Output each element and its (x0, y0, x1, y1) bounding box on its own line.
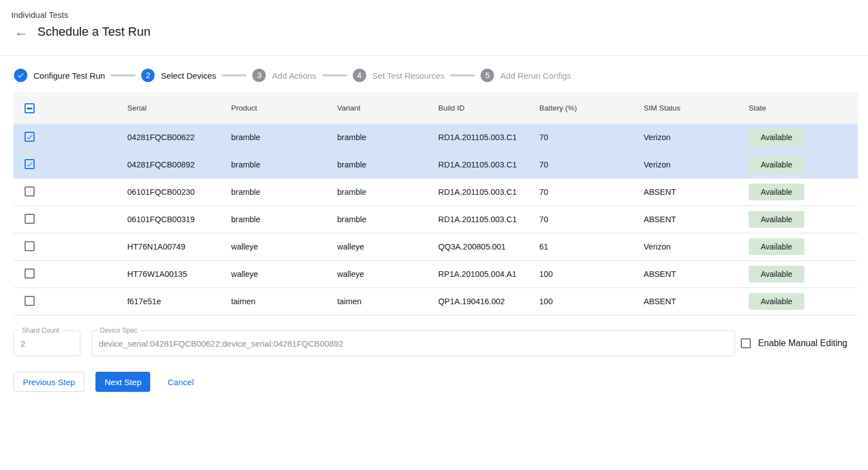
device-spec-value: device_serial:04281FQCB00622;device_seri… (92, 339, 350, 348)
cell-battery: 61 (539, 242, 644, 251)
select-all-checkbox[interactable] (25, 103, 35, 113)
column-header-serial: Serial (127, 104, 231, 112)
column-header-state: State (749, 104, 858, 112)
previous-step-button[interactable]: Previous Step (13, 372, 84, 392)
stepper-connector (450, 74, 475, 76)
cell-sim-status: ABSENT (644, 297, 749, 306)
cell-serial: 04281FQCB00622 (127, 133, 231, 142)
cell-sim-status: ABSENT (644, 215, 749, 224)
device-row[interactable]: HT76N1A00749walleyewalleyeQQ3A.200805.00… (13, 233, 858, 261)
device-row-checkbox[interactable] (25, 159, 35, 169)
cell-serial: HT76N1A00749 (127, 242, 231, 251)
device-row-checkbox[interactable] (25, 296, 35, 306)
column-header-variant: Variant (337, 104, 438, 112)
state-badge: Available (749, 238, 804, 255)
stepper-connector (322, 74, 347, 76)
cell-battery: 70 (539, 215, 644, 224)
breadcrumb: Individual Tests (11, 10, 868, 20)
device-row[interactable]: f617e51etaimentaimenQP1A.190416.002100AB… (13, 288, 858, 315)
stepper-connector (111, 74, 136, 76)
cell-sim-status: Verizon (644, 242, 749, 251)
device-table: Serial Product Variant Build ID Battery … (13, 92, 858, 315)
cell-serial: 04281FQCB00892 (127, 160, 231, 169)
cell-serial: 06101FQCB00230 (127, 188, 231, 196)
cell-build-id: RD1A.201105.003.C1 (438, 160, 539, 169)
cell-product: walleye (231, 270, 337, 279)
cell-build-id: QP1A.190416.002 (438, 297, 539, 306)
cell-battery: 100 (539, 270, 644, 279)
device-row[interactable]: 06101FQCB00230bramblebrambleRD1A.201105.… (13, 179, 858, 206)
page-title: Schedule a Test Run (37, 25, 151, 39)
schedule-test-run-page: Individual Tests ← Schedule a Test Run C… (0, 0, 868, 392)
cell-serial: HT76W1A00135 (127, 270, 231, 279)
device-row[interactable]: 04281FQCB00622bramblebrambleRD1A.201105.… (13, 124, 858, 151)
shard-count-value: 2 (14, 339, 32, 348)
cell-product: bramble (231, 215, 337, 224)
stepper-step-label: Configure Test Run (33, 71, 105, 80)
enable-manual-editing-checkbox[interactable] (741, 338, 751, 348)
device-row-checkbox[interactable] (25, 241, 35, 251)
check-icon (14, 69, 27, 82)
device-options-row: Shard Count 2 Device Spec device_serial:… (13, 330, 847, 356)
cell-serial: 06101FQCB00319 (127, 215, 231, 224)
cell-variant: bramble (337, 215, 438, 224)
enable-manual-editing-label: Enable Manual Editing (758, 338, 847, 348)
stepper-step-2[interactable]: 2Select Devices (141, 69, 216, 82)
cell-build-id: RD1A.201105.003.C1 (438, 133, 539, 142)
stepper-connector (222, 74, 247, 76)
cell-build-id: QQ3A.200805.001 (438, 242, 539, 251)
column-header-battery: Battery (%) (539, 104, 644, 112)
cell-variant: bramble (337, 188, 438, 196)
enable-manual-editing-toggle[interactable]: Enable Manual Editing (741, 338, 847, 348)
step-number-badge: 3 (252, 69, 266, 82)
stepper-step-4[interactable]: 4Set Test Resources (353, 69, 445, 82)
device-row[interactable]: HT76W1A00135walleyewalleyeRP1A.201005.00… (13, 261, 858, 288)
cell-battery: 70 (539, 160, 644, 169)
cell-product: walleye (231, 242, 337, 251)
device-row-checkbox[interactable] (25, 268, 35, 279)
stepper-step-label: Add Actions (272, 71, 316, 80)
stepper-step-5[interactable]: 5Add Rerun Configs (481, 69, 571, 82)
cell-product: bramble (231, 160, 337, 169)
stepper-step-3[interactable]: 3Add Actions (252, 69, 316, 82)
state-badge: Available (749, 184, 804, 200)
device-row[interactable]: 06101FQCB00319bramblebrambleRD1A.201105.… (13, 206, 858, 233)
cell-variant: taimen (337, 297, 438, 306)
cell-sim-status: Verizon (644, 160, 749, 169)
state-badge: Available (749, 293, 804, 310)
stepper-step-label: Add Rerun Configs (500, 71, 571, 80)
cancel-button[interactable]: Cancel (159, 372, 203, 392)
device-row-checkbox[interactable] (25, 186, 35, 196)
cell-product: taimen (231, 297, 337, 306)
column-header-build-id: Build ID (438, 104, 539, 112)
cell-sim-status: ABSENT (644, 188, 749, 196)
stepper-step-1[interactable]: Configure Test Run (14, 69, 105, 82)
device-spec-field[interactable]: Device Spec device_serial:04281FQCB00622… (92, 330, 735, 356)
cell-variant: walleye (337, 270, 438, 279)
state-badge: Available (749, 129, 804, 146)
cell-sim-status: Verizon (644, 133, 749, 142)
cell-product: bramble (231, 188, 337, 196)
shard-count-field[interactable]: Shard Count 2 (13, 330, 80, 356)
page-header: Individual Tests ← Schedule a Test Run (0, 0, 868, 56)
state-badge: Available (749, 156, 804, 173)
cell-sim-status: ABSENT (644, 270, 749, 279)
cell-build-id: RP1A.201005.004.A1 (438, 270, 539, 279)
cell-build-id: RD1A.201105.003.C1 (438, 188, 539, 196)
step-number-badge: 2 (141, 69, 155, 82)
next-step-button[interactable]: Next Step (95, 372, 150, 392)
step-number-badge: 5 (481, 69, 494, 82)
step-number-badge: 4 (353, 69, 366, 82)
cell-battery: 70 (539, 133, 644, 142)
arrow-back-icon[interactable]: ← (15, 25, 28, 39)
cell-variant: bramble (337, 133, 438, 142)
device-spec-label: Device Spec (97, 327, 140, 334)
device-row-checkbox[interactable] (25, 214, 35, 224)
stepper-step-label: Select Devices (161, 71, 216, 80)
column-header-sim-status: SIM Status (644, 104, 749, 112)
device-row[interactable]: 04281FQCB00892bramblebrambleRD1A.201105.… (13, 151, 858, 179)
cell-battery: 70 (539, 188, 644, 196)
cell-build-id: RD1A.201105.003.C1 (438, 215, 539, 224)
device-row-checkbox[interactable] (25, 132, 35, 142)
table-header-row: Serial Product Variant Build ID Battery … (13, 92, 858, 124)
